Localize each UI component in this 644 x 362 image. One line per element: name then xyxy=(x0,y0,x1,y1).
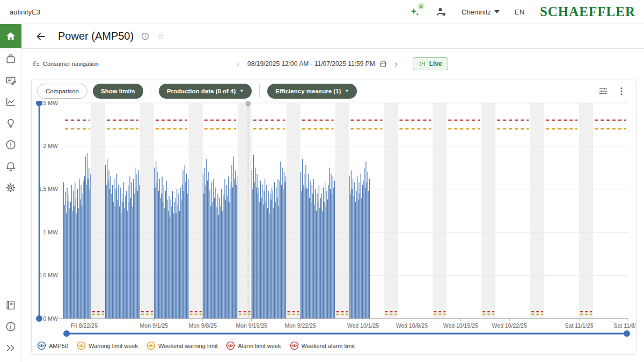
sidebar-item-reports[interactable] xyxy=(0,70,21,91)
legend-label: Weekend warning limit xyxy=(158,343,217,349)
production-data-dropdown[interactable]: Production data (0 of 4)▼ xyxy=(159,84,252,99)
sidebar-item-alerts[interactable] xyxy=(0,134,21,156)
live-button[interactable]: Live xyxy=(413,57,448,70)
svg-text:Sat 11/8/25: Sat 11/8/25 xyxy=(614,322,636,329)
tree-icon xyxy=(33,61,40,67)
lightbulb-icon xyxy=(5,117,17,129)
eye-visibility-icon xyxy=(37,341,46,350)
legend-item-warning-limit-week[interactable]: Warning limit week xyxy=(77,341,138,350)
live-label: Live xyxy=(429,60,442,68)
case-icon xyxy=(5,53,17,65)
chart-toolbar: Comparison Show limits Production data (… xyxy=(32,79,636,101)
sidebar-item-ideas[interactable] xyxy=(0,113,21,134)
legend-label: Weekend alarm limit xyxy=(302,343,355,349)
info-icon[interactable] xyxy=(141,32,149,40)
x-range-slider-handle[interactable] xyxy=(624,330,630,337)
top-bar: autinityE3 1 Chemnitz EN SCHAEFFLER xyxy=(0,0,644,24)
date-range-picker[interactable]: 08/19/2025 12:00 AM - 11/07/2025 11:59 P… xyxy=(247,60,387,68)
svg-text:Mon 9/15/25: Mon 9/15/25 xyxy=(236,322,267,329)
kebab-menu-icon xyxy=(617,86,626,96)
eye-visibility-icon xyxy=(290,341,299,350)
y-range-slider-handle[interactable] xyxy=(36,315,42,322)
legend-item-weekend-warning-limit[interactable]: Weekend warning limit xyxy=(147,341,217,350)
efficiency-measure-dropdown[interactable]: Efficiency measure (1)▼ xyxy=(267,84,357,99)
legend-item-alarm-limit-week[interactable]: Alarm limit week xyxy=(226,341,281,350)
svg-text:0.5 MW: 0.5 MW xyxy=(39,272,58,278)
page-header: Power (AMP50) ☆ xyxy=(21,24,644,49)
language-selector[interactable]: EN xyxy=(515,8,525,16)
eye-visibility-icon xyxy=(226,341,235,350)
comparison-button[interactable]: Comparison xyxy=(37,84,87,99)
sidebar-item-home[interactable] xyxy=(0,24,21,48)
svg-text:2 MW: 2 MW xyxy=(43,143,58,149)
calendar-icon xyxy=(379,60,387,68)
svg-text:0 MW: 0 MW xyxy=(43,315,58,322)
sidebar xyxy=(0,24,21,362)
svg-text:Mon 9/1/25: Mon 9/1/25 xyxy=(140,322,169,329)
show-limits-button[interactable]: Show limits xyxy=(93,84,143,99)
svg-text:Mon 9/8/25: Mon 9/8/25 xyxy=(188,322,217,329)
legend-label: Alarm limit week xyxy=(238,343,281,349)
sidebar-expand-button[interactable] xyxy=(0,337,21,359)
assistant-badge: 1 xyxy=(418,3,425,10)
toolbar-divider xyxy=(259,84,260,98)
sidebar-item-info[interactable] xyxy=(0,316,21,337)
svg-text:Wed 10/22/25: Wed 10/22/25 xyxy=(492,322,527,329)
bell-icon xyxy=(5,160,17,172)
svg-text:Wed 10/15/25: Wed 10/15/25 xyxy=(443,322,478,329)
tune-icon xyxy=(598,86,608,96)
consumer-navigation[interactable]: Consumer navigation xyxy=(33,61,99,67)
eye-visibility-icon xyxy=(77,341,86,350)
alert-circle-icon xyxy=(5,139,17,151)
back-button[interactable] xyxy=(35,31,46,42)
line-chart-icon xyxy=(5,96,17,108)
app-name: autinityE3 xyxy=(10,8,40,16)
sidebar-item-settings[interactable] xyxy=(0,177,21,198)
consumer-navigation-label: Consumer navigation xyxy=(43,61,99,67)
user-settings-icon[interactable] xyxy=(436,6,447,17)
svg-text:Wed 10/1/25: Wed 10/1/25 xyxy=(347,322,379,329)
svg-text:1.5 MW: 1.5 MW xyxy=(39,186,58,192)
legend-label: AMP50 xyxy=(49,343,68,349)
location-selector[interactable]: Chemnitz xyxy=(462,8,500,16)
chevron-down-icon: ▼ xyxy=(239,89,244,93)
sidebar-item-manual[interactable] xyxy=(0,294,21,316)
svg-text:Wed 10/8/25: Wed 10/8/25 xyxy=(396,322,428,329)
brand-logo: SCHAEFFLER xyxy=(540,4,635,19)
date-range-label: 08/19/2025 12:00 AM - 11/07/2025 11:59 P… xyxy=(247,60,375,68)
favorite-star-icon[interactable]: ☆ xyxy=(157,32,164,41)
home-icon xyxy=(5,31,17,42)
x-range-slider-handle[interactable] xyxy=(63,330,70,337)
subheader: Consumer navigation ‹ 08/19/2025 12:00 A… xyxy=(21,49,644,79)
page-title: Power (AMP50) xyxy=(58,30,134,42)
sidebar-item-analysis[interactable] xyxy=(0,91,21,113)
legend-label: Warning limit week xyxy=(89,343,138,349)
sidebar-item-machines[interactable] xyxy=(0,48,21,70)
svg-text:1 MW: 1 MW xyxy=(43,229,58,235)
sidebar-item-notifications[interactable] xyxy=(0,156,21,177)
eye-visibility-icon xyxy=(147,341,156,350)
book-icon xyxy=(5,299,17,311)
broadcast-icon xyxy=(419,61,426,67)
info-circle-icon xyxy=(5,321,17,333)
svg-text:Mon 9/22/25: Mon 9/22/25 xyxy=(284,322,316,329)
svg-text:Fri 8/22/25: Fri 8/22/25 xyxy=(71,322,98,329)
toolbar-divider xyxy=(151,84,151,98)
power-chart[interactable]: 0 MW0.5 MW1 MW1.5 MW2 MW2.5 MWFri 8/22/2… xyxy=(32,101,636,340)
chart-legend: AMP50Warning limit weekWeekend warning l… xyxy=(32,340,636,354)
next-range-button[interactable]: › xyxy=(392,59,400,69)
svg-text:Sat 11/1/25: Sat 11/1/25 xyxy=(565,322,594,329)
chevron-down-icon xyxy=(494,10,500,13)
double-chevron-right-icon xyxy=(5,342,17,354)
gear-icon xyxy=(5,182,17,194)
chevron-down-icon: ▼ xyxy=(345,89,349,93)
prev-range-button[interactable]: ‹ xyxy=(235,59,242,69)
note-edit-icon xyxy=(5,75,17,86)
assistant-button[interactable]: 1 xyxy=(409,6,421,18)
chart-card: Comparison Show limits Production data (… xyxy=(31,79,636,355)
legend-item-amp50[interactable]: AMP50 xyxy=(37,341,68,350)
more-options-button[interactable] xyxy=(617,86,626,96)
location-label: Chemnitz xyxy=(462,8,491,16)
legend-item-weekend-alarm-limit[interactable]: Weekend alarm limit xyxy=(290,341,355,350)
chart-settings-button[interactable] xyxy=(598,86,608,96)
